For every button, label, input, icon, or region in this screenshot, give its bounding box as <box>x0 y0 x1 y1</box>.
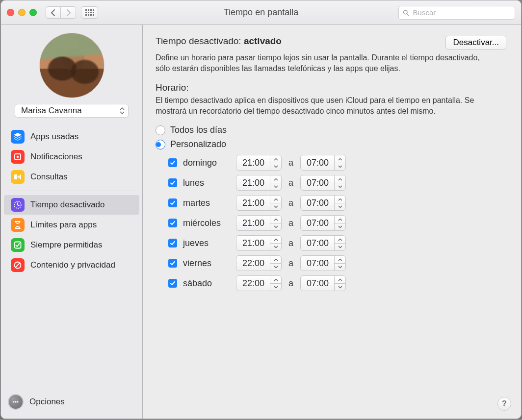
zoom-button[interactable] <box>29 9 37 16</box>
sidebar-item-notificaciones[interactable]: Notificaciones <box>4 147 139 167</box>
chevron-down-icon[interactable] <box>270 284 281 291</box>
sidebar-item-label: Siempre permitidas <box>30 240 102 250</box>
time-to-stepper[interactable]: 07:00 <box>300 275 346 291</box>
radio-every-day[interactable]: Todos los días <box>156 125 506 135</box>
day-checkbox[interactable] <box>168 219 177 227</box>
stepper-arrows[interactable] <box>270 175 281 190</box>
show-all-button[interactable] <box>81 6 98 19</box>
stepper-arrows[interactable] <box>334 256 345 271</box>
chevron-up-icon[interactable] <box>270 196 281 203</box>
chevron-down-icon[interactable] <box>335 223 345 231</box>
chevron-down-icon[interactable] <box>270 203 281 211</box>
sidebar-item-contenido-y-privacidad[interactable]: Contenido y privacidad <box>4 255 139 275</box>
time-to-stepper[interactable]: 07:00 <box>300 155 346 171</box>
time-from-stepper[interactable]: 21:00 <box>236 175 282 191</box>
search-field[interactable] <box>398 6 515 20</box>
close-button[interactable] <box>7 9 14 16</box>
chevron-down-icon[interactable] <box>335 264 345 271</box>
sidebar-item-consultas[interactable]: Consultas <box>4 167 139 187</box>
minimize-button[interactable] <box>18 9 26 16</box>
stepper-arrows[interactable] <box>334 276 345 291</box>
options-button[interactable]: Opciones <box>1 386 142 419</box>
stepper-arrows[interactable] <box>334 175 345 190</box>
chevron-down-icon[interactable] <box>335 244 345 251</box>
help-button[interactable]: ? <box>497 397 511 411</box>
chevron-up-icon[interactable] <box>335 236 345 244</box>
day-checkbox[interactable] <box>168 198 177 207</box>
chevron-down-icon[interactable] <box>270 244 281 251</box>
chevron-up-icon[interactable] <box>335 276 345 284</box>
stepper-arrows[interactable] <box>334 155 345 170</box>
chevron-down-icon[interactable] <box>335 183 345 191</box>
pickup-icon <box>11 170 25 184</box>
chevron-up-icon[interactable] <box>335 155 345 163</box>
time-to-stepper[interactable]: 07:00 <box>300 175 346 191</box>
chevron-down-icon[interactable] <box>270 183 281 191</box>
time-from-stepper[interactable]: 22:00 <box>236 275 282 291</box>
sidebar-item-siempre-permitidas[interactable]: Siempre permitidas <box>4 235 139 255</box>
day-checkbox[interactable] <box>168 158 177 167</box>
stepper-arrows[interactable] <box>334 236 345 250</box>
radio-custom[interactable]: Personalizado <box>156 139 506 149</box>
back-button[interactable] <box>46 6 61 19</box>
day-row-jueves: jueves 21:00 a 07:00 <box>168 234 506 252</box>
search-input[interactable] <box>412 8 511 17</box>
sidebar-item-label: Contenido y privacidad <box>30 260 115 270</box>
svg-rect-2 <box>90 9 92 11</box>
chevron-up-icon[interactable] <box>270 276 281 284</box>
chevron-up-icon[interactable] <box>270 175 281 183</box>
stepper-arrows[interactable] <box>270 155 281 170</box>
chevron-down-icon[interactable] <box>270 163 281 171</box>
time-from-stepper[interactable]: 21:00 <box>236 215 282 231</box>
chevron-up-icon[interactable] <box>335 175 345 183</box>
chevron-up-icon[interactable] <box>335 216 345 223</box>
sidebar-item-apps-usadas[interactable]: Apps usadas <box>4 127 139 147</box>
day-checkbox[interactable] <box>168 259 177 268</box>
chevron-up-icon[interactable] <box>270 236 281 244</box>
chevron-down-icon[interactable] <box>270 264 281 271</box>
sidebar-nav: Apps usadas Notificaciones Consultas Tie… <box>1 122 142 278</box>
user-picker[interactable]: Marisa Cavanna <box>15 104 129 118</box>
time-to-stepper[interactable]: 07:00 <box>300 195 346 211</box>
disable-button[interactable]: Desactivar... <box>445 36 506 49</box>
nosign-icon <box>11 258 25 272</box>
chevron-down-icon[interactable] <box>335 203 345 211</box>
sidebar-item-tiempo-desactivado[interactable]: Tiempo desactivado <box>4 195 139 215</box>
svg-line-13 <box>407 13 408 15</box>
stepper-arrows[interactable] <box>270 236 281 250</box>
time-separator: a <box>287 178 294 188</box>
sidebar-item-l-mites-para-apps[interactable]: Límites para apps <box>4 215 139 235</box>
chevron-up-icon[interactable] <box>270 256 281 264</box>
day-checkbox[interactable] <box>168 178 177 187</box>
day-checkbox[interactable] <box>168 239 177 247</box>
time-to-stepper[interactable]: 07:00 <box>300 215 346 231</box>
chevron-up-icon[interactable] <box>335 256 345 264</box>
stepper-arrows[interactable] <box>334 196 345 210</box>
time-to-stepper[interactable]: 07:00 <box>300 255 346 271</box>
day-label: miércoles <box>183 218 230 228</box>
chevron-down-icon[interactable] <box>335 284 345 291</box>
time-from-stepper[interactable]: 22:00 <box>236 255 282 271</box>
sidebar-item-label: Tiempo desactivado <box>30 200 105 210</box>
stepper-arrows[interactable] <box>270 256 281 271</box>
stepper-arrows[interactable] <box>270 276 281 291</box>
chevron-up-icon[interactable] <box>270 216 281 223</box>
chevron-down-icon[interactable] <box>335 163 345 171</box>
sidebar-item-label: Apps usadas <box>30 132 78 142</box>
time-to-stepper[interactable]: 07:00 <box>300 235 346 251</box>
time-from-stepper[interactable]: 21:00 <box>236 155 282 171</box>
time-from-stepper[interactable]: 21:00 <box>236 235 282 251</box>
time-separator: a <box>287 218 294 228</box>
day-label: lunes <box>183 178 230 188</box>
stepper-arrows[interactable] <box>270 196 281 210</box>
chevron-down-icon[interactable] <box>270 223 281 231</box>
time-from-stepper[interactable]: 21:00 <box>236 195 282 211</box>
forward-button[interactable] <box>61 6 76 19</box>
day-row-viernes: viernes 22:00 a 07:00 <box>168 254 506 272</box>
chevron-up-icon[interactable] <box>335 196 345 203</box>
stepper-arrows[interactable] <box>270 216 281 230</box>
day-checkbox[interactable] <box>168 279 177 288</box>
chevron-up-icon[interactable] <box>270 155 281 163</box>
svg-point-22 <box>13 401 14 402</box>
stepper-arrows[interactable] <box>334 216 345 230</box>
